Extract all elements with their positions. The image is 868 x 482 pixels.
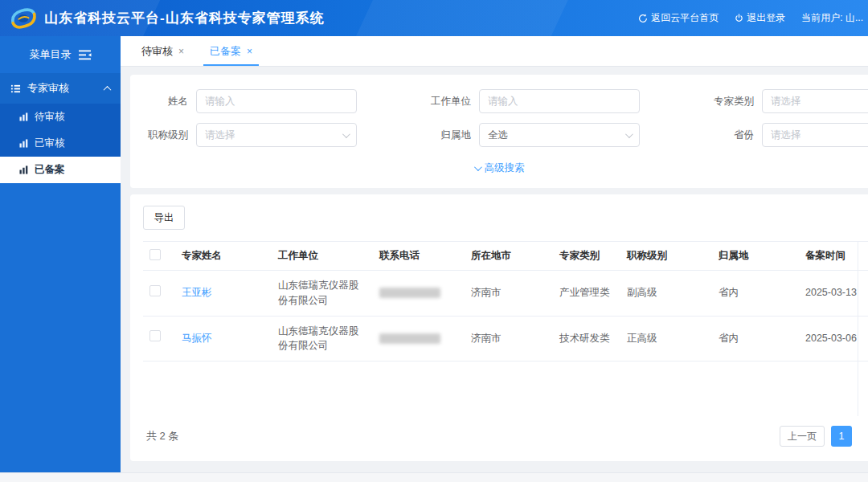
chevron-up-icon (104, 85, 112, 93)
expert-name-link[interactable]: 马振怀 (182, 333, 212, 344)
col-region: 归属地 (712, 242, 799, 271)
table-row: 王亚彬 山东德瑞克仪器股份有限公司 济南市 产业管理类 副高级 省内 2025-… (143, 271, 868, 317)
expert-type-select[interactable]: 请选择 (762, 89, 868, 113)
bar-chart-icon (19, 139, 28, 148)
cell-title-level: 正高级 (620, 316, 712, 362)
export-button[interactable]: 导出 (143, 206, 185, 230)
col-expert-name: 专家姓名 (175, 242, 272, 271)
col-expert-type: 专家类别 (553, 242, 620, 271)
select-all-checkbox[interactable] (149, 249, 161, 260)
col-phone: 联系电话 (373, 242, 465, 271)
tab-filed[interactable]: 已备案 × (197, 36, 265, 66)
header-links: 返回云平台首页 退出登录 当前用户: 山... (638, 11, 868, 25)
region-label: 归属地 (413, 129, 471, 142)
table-row: 马振怀 山东德瑞克仪器股份有限公司 济南市 技术研发类 正高级 省内 2025-… (143, 316, 868, 362)
logout-link[interactable]: 退出登录 (735, 11, 785, 25)
region-select[interactable]: 全选 (479, 123, 640, 147)
table-header-row: 专家姓名 工作单位 联系电话 所在地市 专家类别 职称级别 归属地 备案时间 (143, 242, 868, 271)
tab-close-icon[interactable]: × (247, 46, 252, 57)
work-unit-label: 工作单位 (413, 95, 471, 108)
province-label: 省份 (696, 129, 754, 142)
cell-expert-type: 产业管理类 (553, 271, 620, 317)
list-icon (10, 84, 21, 94)
sidebar-item-reviewed[interactable]: 已审核 (0, 130, 121, 157)
app-title: 山东省科技云平台-山东省科技专家管理系统 (44, 9, 325, 27)
brand: 山东省科技云平台-山东省科技专家管理系统 (10, 6, 325, 31)
row-checkbox[interactable] (149, 330, 161, 341)
province-select[interactable]: 请选择 (762, 123, 868, 147)
table-panel: 导出 专家姓名 工作单 (130, 194, 868, 461)
cell-title-level: 副高级 (620, 271, 712, 317)
filter-field-work-unit: 工作单位 (413, 89, 696, 113)
app-header: 山东省科技云平台-山东省科技专家管理系统 返回云平台首页 (0, 0, 868, 36)
bar-chart-icon (19, 112, 28, 121)
main-content: 待审核 × 已备案 × 姓名 工 (121, 36, 868, 472)
content-area: 姓名 工作单位 专家类别 请选择 (121, 67, 868, 472)
chevron-down-icon (625, 130, 633, 138)
expert-type-label: 专家类别 (696, 95, 754, 108)
power-icon (735, 14, 743, 22)
cell-region: 省内 (712, 271, 799, 317)
filter-field-title-level: 职称级别 请选择 (130, 123, 413, 147)
tab-bar: 待审核 × 已备案 × (121, 36, 868, 67)
tab-close-icon[interactable]: × (178, 46, 184, 57)
page-number-button[interactable]: 1 (831, 426, 852, 447)
phone-redacted (379, 333, 440, 344)
title-level-select[interactable]: 请选择 (196, 123, 357, 147)
cell-work-unit: 山东德瑞克仪器股份有限公司 (272, 316, 373, 362)
expert-name-link[interactable]: 王亚彬 (182, 287, 212, 298)
name-input[interactable] (196, 89, 357, 113)
title-level-label: 职称级别 (130, 129, 188, 142)
filter-field-province: 省份 请选择 (696, 123, 868, 147)
sidebar: 菜单目录 专家 (0, 36, 121, 472)
sidebar-item-filed[interactable]: 已备案 (0, 157, 121, 183)
return-icon (638, 14, 648, 23)
cell-city: 济南市 (465, 316, 553, 362)
filter-field-name: 姓名 (130, 89, 413, 113)
total-count: 共 2 条 (146, 429, 178, 443)
table-area: 专家姓名 工作单位 联系电话 所在地市 专家类别 职称级别 归属地 备案时间 (143, 241, 868, 416)
col-work-unit: 工作单位 (272, 242, 373, 271)
filter-field-expert-type: 专家类别 请选择 (696, 89, 868, 113)
pagination: 上一页 1 (780, 426, 852, 447)
table-footer: 共 2 条 上一页 1 (143, 416, 868, 453)
bottom-strip (0, 472, 868, 482)
sidebar-submenu: 待审核 已审核 已备案 (0, 104, 121, 183)
cell-city: 济南市 (465, 271, 553, 317)
col-city: 所在地市 (465, 242, 553, 271)
tab-pending-review[interactable]: 待审核 × (129, 36, 197, 66)
table-right-divider (858, 241, 858, 416)
app-logo-icon (10, 6, 37, 31)
col-title-level: 职称级别 (620, 242, 712, 271)
cell-region: 省内 (712, 316, 799, 362)
bar-chart-icon (19, 165, 28, 174)
menu-collapse-icon[interactable] (79, 50, 92, 60)
sidebar-item-pending-review[interactable]: 待审核 (0, 104, 121, 130)
return-home-link[interactable]: 返回云平台首页 (638, 11, 719, 25)
menu-directory: 菜单目录 (0, 36, 121, 73)
filter-field-region: 归属地 全选 (413, 123, 696, 147)
cell-expert-type: 技术研发类 (553, 316, 620, 362)
name-label: 姓名 (130, 95, 188, 108)
chevron-down-icon (342, 130, 350, 138)
current-user: 当前用户: 山... (801, 11, 863, 25)
experts-table: 专家姓名 工作单位 联系电话 所在地市 专家类别 职称级别 归属地 备案时间 (143, 241, 868, 362)
cell-work-unit: 山东德瑞克仪器股份有限公司 (272, 271, 373, 317)
chevron-down-icon (473, 163, 481, 171)
row-checkbox[interactable] (149, 285, 161, 296)
app-window: 山东省科技云平台-山东省科技专家管理系统 返回云平台首页 (0, 0, 868, 482)
work-unit-input[interactable] (479, 89, 640, 113)
phone-redacted (379, 288, 440, 298)
prev-page-button[interactable]: 上一页 (780, 426, 825, 447)
filter-panel: 姓名 工作单位 专家类别 请选择 (130, 75, 868, 188)
advanced-search-toggle[interactable]: 高级搜索 (130, 157, 868, 182)
sidebar-group-expert-review[interactable]: 专家审核 (0, 73, 121, 104)
